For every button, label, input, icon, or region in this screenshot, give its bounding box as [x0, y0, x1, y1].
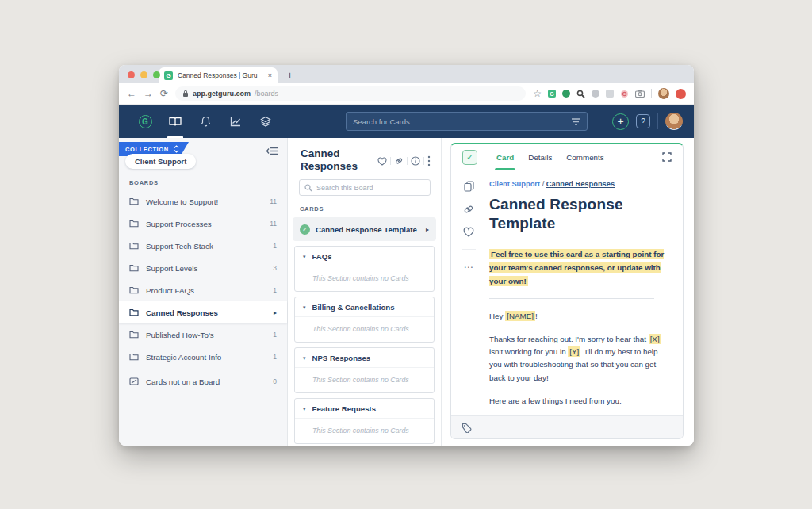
section-header[interactable]: ▾ FAQs [295, 247, 434, 266]
tab-comments[interactable]: Comments [566, 144, 603, 170]
copy-link-icon[interactable] [463, 204, 474, 215]
sidebar-item-cards-not-on-board[interactable]: Cards not on a Board 0 [119, 370, 287, 392]
guru-top-nav: G + ? [119, 105, 694, 138]
board-count: 1 [273, 286, 277, 294]
collapse-sidebar-icon[interactable] [266, 147, 278, 155]
browser-address-bar: ← → ⟳ app.getguru.com/boards ☆ G [119, 83, 694, 105]
section-billing-cancellations: ▾ Billing & Cancellations This Section c… [294, 297, 435, 343]
minimize-window-button[interactable] [140, 71, 147, 78]
gray-dot-extension-icon[interactable] [592, 90, 599, 98]
nav-right-controls: + ? [612, 113, 683, 130]
tab-details[interactable]: Details [528, 144, 552, 170]
expand-fullscreen-icon[interactable] [662, 152, 672, 162]
board-count: 1 [273, 242, 277, 250]
card-list-item-canned-response-template[interactable]: ✓ Canned Response Template ▸ [293, 217, 436, 241]
section-empty-text: This Section contains no Cards [295, 368, 434, 392]
body-paragraph: Thanks for reaching out. I'm sorry to he… [489, 333, 665, 385]
card-tab-bar: ✓ Card Details Comments [451, 144, 683, 170]
highlighted-text: [NAME] [505, 311, 535, 321]
section-header[interactable]: ▾ Feature Requests [295, 399, 434, 419]
analytics-chart-icon[interactable] [220, 105, 251, 138]
pink-extension-icon[interactable] [620, 90, 629, 98]
info-icon[interactable] [411, 156, 420, 166]
sidebar-item-product-faqs[interactable]: Product FAQs 1 [119, 279, 287, 301]
chevron-down-icon: ▾ [303, 304, 306, 311]
create-card-button[interactable]: + [612, 113, 629, 130]
section-empty-text: This Section contains no Cards [295, 266, 434, 291]
folder-icon [129, 353, 139, 361]
card-body: ⋯ Client Support / Canned Responses Cann… [451, 170, 683, 415]
sidebar-item-support-tech-stack[interactable]: Support Tech Stack 1 [119, 235, 287, 257]
close-window-button[interactable] [128, 71, 135, 78]
spacer [489, 323, 665, 333]
tab-title: Canned Responses | Guru [178, 71, 263, 79]
kebab-menu-icon[interactable] [427, 155, 431, 166]
card-off-board-icon [129, 377, 139, 385]
sidebar-item-strategic-account-info[interactable]: Strategic Account Info 1 [119, 346, 287, 368]
search-filter-icon[interactable] [572, 118, 580, 125]
board-search-input[interactable] [316, 184, 425, 192]
chevron-down-icon: ▾ [303, 254, 306, 260]
sidebar-item-support-levels[interactable]: Support Levels 3 [119, 257, 287, 279]
tab-close-icon[interactable]: × [268, 71, 272, 79]
sidebar-item-published-how-tos[interactable]: Published How-To's 1 [119, 323, 287, 346]
forward-icon[interactable]: → [144, 89, 153, 98]
duplicate-card-icon[interactable] [464, 181, 474, 192]
verify-checkbox[interactable]: ✓ [462, 150, 477, 165]
guru-extension-icon[interactable]: G [548, 90, 556, 98]
nav-divider [657, 113, 658, 129]
notifications-bell-icon[interactable] [190, 105, 220, 138]
guru-logo[interactable]: G [130, 105, 160, 138]
section-header[interactable]: ▾ Billing & Cancellations [295, 297, 434, 317]
board-panel: Canned Responses CARDS ✓ Canned Respo [288, 138, 442, 446]
folder-icon [129, 308, 139, 316]
browser-window: G Canned Responses | Guru × + ← → ⟳ app.… [119, 65, 694, 446]
section-faqs: ▾ FAQs This Section contains no Cards [294, 246, 435, 292]
bookmark-star-icon[interactable]: ☆ [533, 89, 542, 98]
board-search[interactable] [299, 179, 431, 196]
search-icon [304, 184, 312, 192]
url-host: app.getguru.com [193, 90, 251, 98]
browser-extensions: ☆ G [533, 88, 686, 99]
browser-tab[interactable]: G Canned Responses | Guru × [159, 67, 278, 83]
breadcrumb: Client Support / Canned Responses [489, 180, 665, 188]
green-extension-icon[interactable] [562, 90, 570, 98]
tag-icon[interactable] [462, 423, 472, 433]
breadcrumb-board-link[interactable]: Canned Responses [546, 180, 615, 188]
more-options-icon[interactable]: ⋯ [464, 262, 474, 273]
sidebar-item-canned-responses[interactable]: Canned Responses ▸ [119, 301, 287, 323]
chevron-down-icon: ▾ [303, 406, 306, 412]
tab-card[interactable]: Card [496, 144, 514, 170]
favorite-heart-icon[interactable] [377, 157, 387, 166]
sidebar-item-support-processes[interactable]: Support Processes 11 [119, 212, 287, 235]
favorite-heart-icon[interactable] [463, 227, 474, 237]
board-title: Canned Responses [301, 147, 367, 172]
toolbar-avatar[interactable] [658, 88, 669, 99]
help-button[interactable]: ? [636, 114, 650, 128]
url-field[interactable]: app.getguru.com/boards [175, 86, 526, 101]
search-extension-icon[interactable] [576, 90, 585, 98]
back-icon[interactable]: ← [127, 89, 136, 98]
section-header[interactable]: ▾ NPS Responses [295, 348, 434, 368]
profile-badge[interactable] [676, 89, 686, 99]
new-tab-button[interactable]: + [287, 70, 293, 81]
reload-icon[interactable]: ⟳ [160, 89, 168, 98]
breadcrumb-collection-link[interactable]: Client Support [489, 180, 540, 188]
copy-link-icon[interactable] [394, 156, 404, 166]
collection-pill[interactable]: Client Support [125, 154, 196, 169]
global-search-input[interactable] [353, 117, 572, 126]
gray-square-extension-icon[interactable] [606, 90, 614, 98]
section-empty-text: This Section contains no Cards [295, 317, 434, 342]
user-avatar[interactable] [665, 113, 683, 130]
sidebar-item-welcome-to-support[interactable]: Welcome to Support! 11 [119, 190, 287, 212]
chevron-right-icon: ▸ [274, 309, 277, 316]
folder-icon [129, 242, 139, 250]
boards-nav-icon[interactable] [160, 105, 190, 138]
lock-icon [182, 90, 189, 98]
app-body: COLLECTION Client Support BOARDS Welcome… [119, 138, 694, 446]
card-intro: Feel free to use this card as a starting… [489, 247, 665, 288]
camera-extension-icon[interactable] [635, 90, 645, 98]
global-search[interactable] [346, 112, 588, 131]
layers-stack-icon[interactable] [251, 105, 281, 138]
zoom-window-button[interactable] [153, 71, 160, 78]
